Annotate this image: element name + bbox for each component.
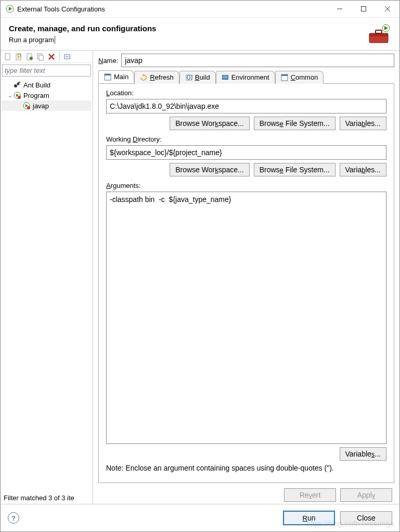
right-panel: Name: Main Refresh 010 Build Environment bbox=[93, 50, 399, 504]
program-icon bbox=[13, 91, 21, 99]
new-prototype-icon[interactable]: P bbox=[15, 53, 23, 61]
svg-point-15 bbox=[30, 57, 33, 60]
tab-main[interactable]: Main bbox=[98, 70, 134, 83]
left-panel: P Ant Build ⌄ Program javap bbox=[1, 50, 93, 504]
header-heading: Create, manage, and run configurations bbox=[9, 24, 366, 33]
svg-rect-10 bbox=[376, 30, 382, 33]
tree-label: Program bbox=[23, 92, 49, 99]
location-label: Location: bbox=[106, 89, 386, 97]
tree-item-javap[interactable]: javap bbox=[2, 100, 92, 111]
name-input[interactable] bbox=[121, 54, 394, 67]
header-subtitle: Run a program bbox=[9, 36, 366, 44]
svg-line-25 bbox=[19, 82, 21, 83]
environment-icon bbox=[222, 74, 229, 81]
arguments-textarea[interactable]: -classpath bin -c ${java_type_name} bbox=[106, 192, 386, 444]
ant-icon bbox=[13, 81, 21, 89]
tab-strip: Main Refresh 010 Build Environment Commo… bbox=[98, 70, 394, 84]
run-button[interactable]: Run bbox=[283, 511, 335, 525]
location-browse-workspace-button[interactable]: Browse Workspace... bbox=[170, 117, 250, 130]
config-toolbar: P bbox=[1, 50, 93, 63]
tab-label: Main bbox=[114, 73, 128, 81]
working-directory-label: Working Directory: bbox=[106, 135, 386, 143]
working-directory-input[interactable] bbox=[106, 145, 386, 160]
close-dialog-button[interactable]: Close bbox=[340, 511, 392, 525]
tab-environment[interactable]: Environment bbox=[216, 71, 275, 84]
location-variables-button[interactable]: Variables... bbox=[340, 117, 386, 130]
collapse-all-icon[interactable] bbox=[63, 53, 72, 61]
maximize-button[interactable] bbox=[352, 1, 376, 18]
svg-rect-38 bbox=[223, 75, 228, 79]
filter-input[interactable] bbox=[2, 65, 91, 77]
toolbox-icon bbox=[366, 24, 391, 45]
svg-rect-40 bbox=[281, 74, 288, 76]
tab-panel-main: Location: Browse Workspace... Browse Fil… bbox=[98, 84, 394, 483]
tab-build[interactable]: 010 Build bbox=[179, 71, 216, 84]
window-titlebar: External Tools Configurations bbox=[1, 1, 399, 18]
wd-browse-workspace-button[interactable]: Browse Workspace... bbox=[170, 163, 250, 176]
window-title: External Tools Configurations bbox=[17, 5, 105, 13]
main-tab-icon bbox=[104, 73, 111, 81]
tree-label: javap bbox=[33, 102, 49, 110]
duplicate-icon[interactable] bbox=[36, 53, 45, 61]
new-config-icon[interactable] bbox=[4, 53, 12, 61]
export-icon[interactable] bbox=[25, 53, 34, 61]
common-tab-icon bbox=[281, 74, 288, 81]
program-icon bbox=[22, 102, 31, 110]
tab-label: Environment bbox=[231, 73, 269, 81]
tree-item-ant-build[interactable]: Ant Build bbox=[2, 80, 92, 90]
filter-status: Filter matched 3 of 3 ite bbox=[1, 492, 93, 504]
config-tree[interactable]: Ant Build ⌄ Program javap bbox=[1, 78, 93, 492]
svg-point-22 bbox=[14, 84, 17, 87]
build-icon: 010 bbox=[185, 74, 192, 81]
arguments-note: Note: Enclose an argument containing spa… bbox=[106, 464, 386, 472]
name-label: Name: bbox=[98, 57, 118, 65]
apply-button[interactable]: Apply bbox=[340, 488, 392, 502]
arguments-label: Arguments: bbox=[106, 182, 386, 189]
svg-text:010: 010 bbox=[187, 74, 192, 81]
location-input[interactable] bbox=[106, 99, 386, 113]
tab-label: Common bbox=[291, 73, 318, 81]
svg-rect-17 bbox=[39, 55, 43, 60]
chevron-down-icon[interactable]: ⌄ bbox=[7, 93, 13, 98]
tree-label: Ant Build bbox=[23, 81, 50, 89]
refresh-icon bbox=[140, 74, 147, 81]
svg-point-31 bbox=[27, 106, 30, 109]
dialog-footer: ? Run Close bbox=[1, 504, 399, 531]
svg-rect-3 bbox=[362, 7, 366, 11]
delete-icon[interactable] bbox=[47, 53, 56, 61]
close-button[interactable] bbox=[376, 1, 399, 18]
wd-variables-button[interactable]: Variables... bbox=[340, 163, 386, 176]
tab-common[interactable]: Common bbox=[275, 71, 324, 84]
tree-item-program[interactable]: ⌄ Program bbox=[2, 90, 92, 100]
tab-refresh[interactable]: Refresh bbox=[134, 71, 179, 84]
svg-point-28 bbox=[18, 96, 21, 99]
tab-label: Build bbox=[195, 73, 210, 81]
arguments-variables-button[interactable]: Variables... bbox=[340, 447, 387, 461]
svg-rect-11 bbox=[5, 54, 10, 60]
wd-browse-filesystem-button[interactable]: Browse File System... bbox=[254, 163, 336, 176]
minimize-button[interactable] bbox=[328, 1, 352, 18]
eclipse-run-icon bbox=[6, 5, 14, 13]
location-browse-filesystem-button[interactable]: Browse File System... bbox=[254, 117, 336, 130]
tab-label: Refresh bbox=[150, 73, 174, 81]
svg-text:P: P bbox=[17, 53, 22, 60]
help-button[interactable]: ? bbox=[8, 512, 19, 524]
svg-rect-33 bbox=[105, 74, 111, 75]
revert-button[interactable]: Revert bbox=[284, 488, 336, 502]
toolbar-separator bbox=[59, 53, 60, 61]
dialog-header: Create, manage, and run configurations R… bbox=[1, 18, 399, 50]
